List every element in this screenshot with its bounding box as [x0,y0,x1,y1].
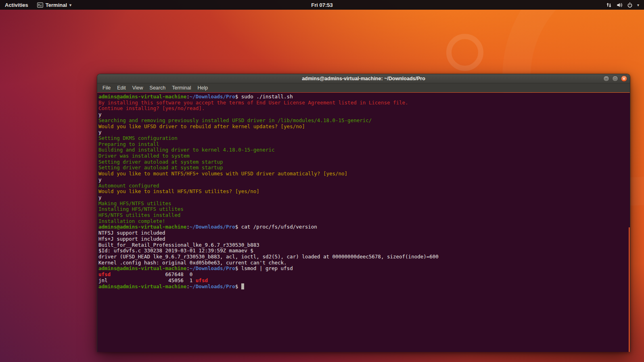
terminal-text-segment: y [98,111,102,117]
menu-item-search[interactable]: Search [146,85,169,91]
terminal-text-segment: ufsd [196,277,208,283]
top-bar: Activities Terminal ▾ Fri 07:53 ▾ [0,0,644,10]
terminal-line: Would you like UFSD driver to rebuild af… [98,124,630,130]
terminal-text-segment: Searching and removing previously instal… [98,117,372,123]
menu-item-terminal[interactable]: Terminal [169,85,194,91]
window-controls: − □ × [603,76,627,82]
terminal-line: admins@admins-virtual-machine:~/Download… [98,284,630,290]
close-button[interactable]: × [621,76,627,82]
terminal-text-segment: ~/Downloads/Pro [190,224,235,230]
terminal-line: admins@admins-virtual-machine:~/Download… [98,94,630,100]
terminal-line: Setting driver autoload at system startu… [98,165,630,171]
terminal-line: y [98,112,630,118]
app-menu-terminal[interactable]: Terminal ▾ [33,0,75,10]
terminal-text-segment: Hfs+J support included [98,236,165,242]
app-menu-label: Terminal [46,2,67,8]
terminal-text-segment: 667648 0 [111,271,192,277]
window-title: admins@admins-virtual-machine: ~/Downloa… [302,76,425,81]
power-icon [627,2,633,8]
terminal-text-segment: y [98,194,102,200]
terminal-text-segment: y [98,177,102,183]
activities-button[interactable]: Activities [0,0,33,10]
chevron-down-icon: ▾ [637,3,639,7]
minimize-button[interactable]: − [603,76,609,82]
terminal-text-segment: Would you like to mount NTFS/HFS+ volume… [98,171,347,177]
terminal-text-segment: Installing HFS/NTFS utilites [98,206,184,212]
terminal-text-segment: Building and installing driver to kernel… [98,147,275,153]
terminal-text-segment: driver (UFSD_HEAD lke_9.6.7_r330530_b883… [98,254,439,260]
terminal-text-segment: admins@admins-virtual-machine [98,224,186,230]
terminal-line: driver (UFSD_HEAD lke_9.6.7_r330530_b883… [98,254,630,260]
terminal-text-segment: Kernel .config hash: original 0xd05b0e63… [98,260,287,266]
terminal-text-segment: By installing this software you accept t… [98,100,408,106]
terminal-scrollbar[interactable] [629,227,630,352]
menu-bar: FileEditViewSearchTerminalHelp [97,83,630,92]
terminal-text-segment: Setting driver autoload at system startu… [98,164,223,171]
maximize-button[interactable]: □ [612,76,618,82]
terminal-text-segment: Continue installing? [yes/no/read]. [98,105,205,111]
terminal-text-segment: Preparing to install [98,141,159,147]
terminal-text-segment: $ lsmod | grep ufsd [235,265,293,271]
terminal-line: HFS/NTFS utilites installed [98,212,630,218]
terminal-text-segment: : [186,224,190,230]
terminal-text-segment: Setting DKMS configuration [98,135,178,141]
terminal-text-segment: : [186,283,190,289]
terminal-text-segment: Would you like UFSD driver to rebuild af… [98,123,305,129]
terminal-text-segment: Setting driver autoload at system startu… [98,159,223,165]
terminal-line: jnl 45056 1 ufsd [98,278,630,284]
terminal-text-segment: admins@admins-virtual-machine [98,283,186,289]
terminal-line: Installation complete! [98,218,630,225]
window-titlebar[interactable]: admins@admins-virtual-machine: ~/Downloa… [97,74,630,83]
menu-item-file[interactable]: File [99,85,114,91]
terminal-line: Building and installing driver to kernel… [98,147,630,153]
terminal-output: admins@admins-virtual-machine:~/Download… [97,93,630,289]
terminal-text-segment: admins@admins-virtual-machine [98,265,186,271]
terminal-line: Kernel .config hash: original 0xd05b0e63… [98,260,630,266]
terminal-text-segment: $ [235,283,241,289]
terminal-line: Hfs+J support included [98,236,630,242]
menu-item-view[interactable]: View [129,85,146,91]
terminal-line: Built_for__Retail_Professional_lke_9.6.7… [98,242,630,248]
terminal-text-segment: Installation complete! [98,218,165,224]
terminal-line: Setting driver autoload at system startu… [98,159,630,165]
terminal-line: Continue installing? [yes/no/read]. [98,106,630,112]
terminal-text-segment: ~/Downloads/Pro [190,94,235,100]
terminal-text-segment: : [186,265,190,271]
menu-item-edit[interactable]: Edit [114,85,129,91]
menu-item-help[interactable]: Help [194,85,211,91]
terminal-line: y [98,195,630,201]
terminal-text-segment: HFS/NTFS utilites installed [98,212,180,218]
terminal-text-segment: Driver was installed to system [98,153,190,159]
terminal-cursor [241,283,245,289]
terminal-line: admins@admins-virtual-machine:~/Download… [98,224,630,230]
network-icon [606,2,612,8]
terminal-text-segment: Making HFS/NTFS utilites [98,200,171,206]
terminal-line: NTFSJ support included [98,230,630,236]
system-tray[interactable]: ▾ [606,0,644,10]
terminal-line: y [98,129,630,135]
terminal-line: ufsd 667648 0 [98,272,630,278]
volume-icon [616,2,623,8]
terminal-text-segment: admins@admins-virtual-machine [98,94,186,100]
terminal-text-segment: jnl 45056 1 [98,277,196,283]
terminal-line: Searching and removing previously instal… [98,118,630,124]
terminal-line: Would you like to mount NTFS/HFS+ volume… [98,171,630,177]
terminal-text-segment: Automount configured [98,183,159,189]
terminal-line: $Id: ufsdvfs.c 330238 2019-03-01 12:39:5… [98,248,630,254]
terminal-text-segment: $Id: ufsdvfs.c 330238 2019-03-01 12:39:5… [98,248,253,254]
terminal-line: Installing HFS/NTFS utilites [98,206,630,212]
terminal-line: Making HFS/NTFS utilites [98,201,630,207]
terminal-line: By installing this software you accept t… [98,100,630,106]
terminal-line: Would you like to install HFS/NTFS utili… [98,189,630,195]
clock[interactable]: Fri 07:53 [311,2,332,8]
wallpaper-ring-small [446,34,483,71]
terminal-text-segment: : [186,94,190,100]
terminal-text-segment: ufsd [98,271,111,277]
terminal-text-segment: NTFSJ support included [98,230,165,236]
terminal-line: Driver was installed to system [98,153,630,159]
terminal-line: Preparing to install [98,141,630,148]
terminal-screen[interactable]: admins@admins-virtual-machine:~/Download… [97,93,630,352]
terminal-text-segment: Would you like to install HFS/NTFS utili… [98,188,259,194]
terminal-text-segment: Built_for__Retail_Professional_lke_9.6.7… [98,242,259,248]
terminal-line: Setting DKMS configuration [98,135,630,141]
